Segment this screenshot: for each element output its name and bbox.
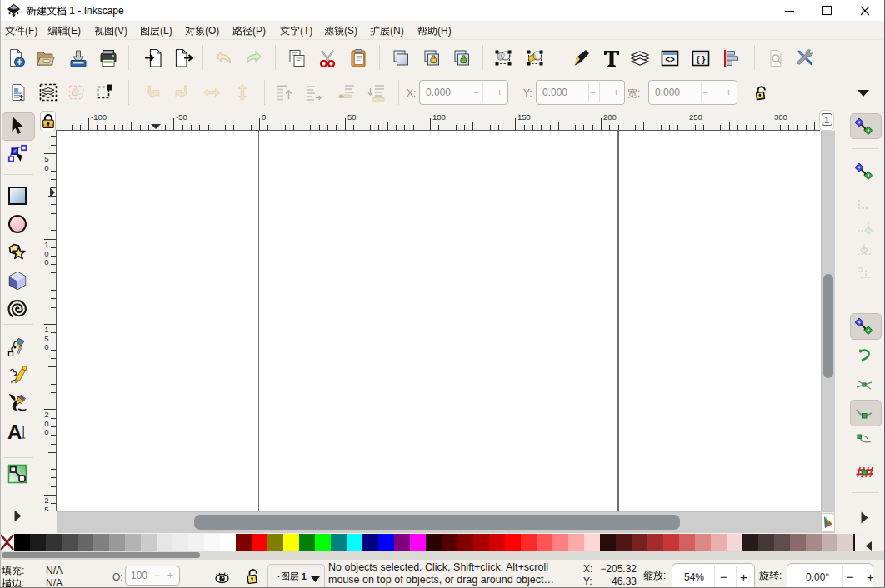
- svg-text:-100: -100: [91, 112, 107, 122]
- svg-text:2: 2: [44, 496, 48, 505]
- svg-text:250: 250: [689, 112, 702, 122]
- svg-text:2: 2: [44, 410, 48, 419]
- svg-text:0: 0: [44, 257, 48, 267]
- svg-text:0: 0: [44, 342, 48, 351]
- svg-text:1: 1: [44, 325, 48, 334]
- svg-text:200: 200: [603, 112, 617, 122]
- svg-text:0: 0: [44, 163, 48, 172]
- svg-text:5: 5: [44, 154, 48, 163]
- svg-text:0: 0: [44, 427, 48, 436]
- svg-text:{ }: { }: [697, 55, 706, 64]
- svg-text:150: 150: [518, 112, 531, 122]
- svg-text:0: 0: [262, 112, 266, 122]
- svg-text:<>: <>: [665, 55, 675, 64]
- svg-text:300: 300: [774, 112, 788, 122]
- svg-text:50: 50: [348, 112, 357, 122]
- svg-text:100: 100: [432, 112, 446, 122]
- svg-text:5: 5: [44, 505, 48, 511]
- svg-text:-50: -50: [176, 112, 188, 122]
- svg-text:5: 5: [44, 334, 48, 343]
- svg-text:0: 0: [44, 249, 48, 258]
- svg-text:A: A: [8, 421, 22, 441]
- svg-text:0: 0: [44, 419, 48, 428]
- svg-text:1: 1: [44, 240, 48, 249]
